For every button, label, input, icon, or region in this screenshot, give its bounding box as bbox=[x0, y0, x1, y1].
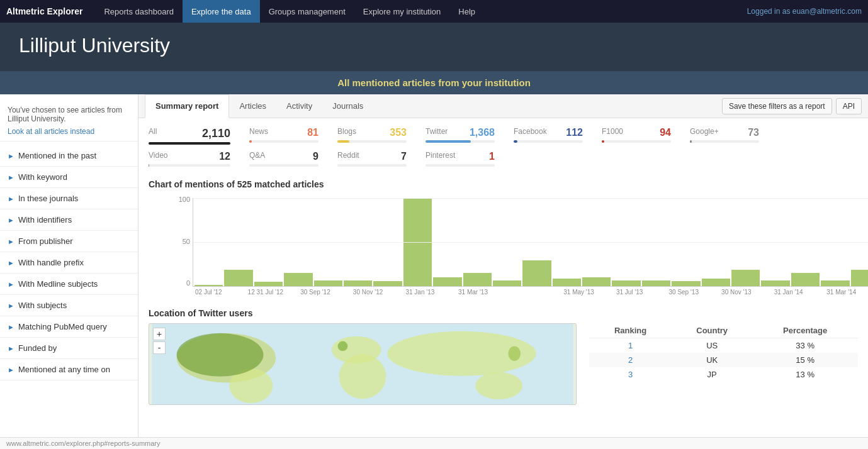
stat-qa: Q&A 9 bbox=[249, 151, 318, 167]
chart-bar bbox=[851, 270, 868, 286]
chevron-icon: ► bbox=[8, 302, 14, 309]
chart-section: Chart of mentions of 525 matched article… bbox=[138, 173, 868, 302]
table-cell-rank: 2 bbox=[589, 353, 672, 367]
chart-xlabel: 30 Sep '12 bbox=[300, 289, 353, 296]
chart-bar bbox=[493, 280, 521, 286]
tab-actions: Save these filters as a report API bbox=[722, 98, 862, 114]
sidebar-item-with-identifiers[interactable]: ► With identifiers bbox=[0, 209, 138, 231]
stat-twitter: Twitter 1,368 bbox=[426, 127, 495, 143]
sidebar-item-medline-subjects[interactable]: ► With Medline subjects bbox=[0, 274, 138, 295]
chart-xaxis: 02 Jul '1212 31 Jul '1230 Sep '1230 Nov … bbox=[194, 289, 868, 296]
sidebar-item-mentioned-in-past[interactable]: ► Mentioned in the past bbox=[0, 145, 138, 167]
table-row: 3 JP 13 % bbox=[589, 367, 858, 382]
chart-xlabel: 02 Jul '12 bbox=[195, 289, 248, 296]
svg-point-8 bbox=[338, 341, 348, 352]
map-zoom-in-button[interactable]: + bbox=[153, 328, 166, 340]
sidebar-item-label: With handle prefix bbox=[18, 258, 84, 267]
sidebar-item-with-keyword[interactable]: ► With keyword bbox=[0, 167, 138, 188]
svg-point-9 bbox=[508, 346, 521, 361]
map-title: Location of Twitter users bbox=[149, 308, 858, 318]
chart-xlabel bbox=[511, 289, 564, 296]
sidebar-item-with-subjects[interactable]: ► With subjects bbox=[0, 295, 138, 316]
sidebar-item-pubmed-query[interactable]: ► Matching PubMed query bbox=[0, 316, 138, 338]
look-all-articles-link[interactable]: Look at all articles instead bbox=[8, 127, 130, 136]
table-header-percentage: Percentage bbox=[752, 323, 858, 338]
chart-bar bbox=[224, 270, 252, 286]
chart-xlabel: 31 Mar '14 bbox=[826, 289, 868, 296]
sidebar-item-label: With Medline subjects bbox=[18, 279, 98, 289]
chart-xlabel: 30 Nov '12 bbox=[353, 289, 406, 296]
sidebar-item-label: Mentioned in the past bbox=[18, 151, 96, 160]
chart-xlabel: 30 Sep '13 bbox=[668, 289, 721, 296]
tab-summary-report[interactable]: Summary report bbox=[145, 94, 229, 118]
sidebar-item-from-publisher[interactable]: ► From publisher bbox=[0, 231, 138, 252]
chart-xlabel: 31 May '13 bbox=[563, 289, 616, 296]
chart-bar bbox=[791, 273, 820, 286]
table-cell-country: US bbox=[672, 338, 752, 353]
table-cell-percentage: 15 % bbox=[752, 353, 858, 367]
stats-row-2: Video 12 Q&A 9 Reddit 7 bbox=[138, 151, 868, 173]
map-zoom-out-button[interactable]: - bbox=[153, 341, 166, 354]
chart-bar bbox=[821, 280, 849, 286]
api-button[interactable]: API bbox=[836, 98, 862, 114]
nav-user-info: Logged in as euan@altmetric.com bbox=[747, 7, 862, 16]
stat-f1000: F1000 94 bbox=[602, 127, 671, 143]
nav-explore-data[interactable]: Explore the data bbox=[183, 0, 260, 23]
tab-journals[interactable]: Journals bbox=[322, 95, 373, 118]
chevron-icon: ► bbox=[8, 152, 14, 160]
nav-explore-institution[interactable]: Explore my institution bbox=[354, 0, 450, 23]
sidebar-item-mentioned-at-any-time[interactable]: ► Mentioned at any time on bbox=[0, 359, 138, 380]
sidebar-item-funded-by[interactable]: ► Funded by bbox=[0, 338, 138, 359]
table-cell-country: UK bbox=[672, 353, 752, 367]
chevron-icon: ► bbox=[8, 345, 14, 352]
chart-bar bbox=[522, 260, 551, 286]
sidebar-intro-text: You've chosen to see articles from Lilli… bbox=[8, 106, 122, 123]
stat-facebook: Facebook 112 bbox=[514, 127, 583, 143]
chart-bar bbox=[672, 281, 700, 286]
tabs-bar: Summary report Articles Activity Journal… bbox=[138, 94, 868, 118]
sidebar-item-label: Funded by bbox=[18, 343, 57, 353]
stat-news: News 81 bbox=[249, 127, 318, 143]
save-filters-button[interactable]: Save these filters as a report bbox=[722, 98, 832, 114]
chart-bar bbox=[761, 280, 789, 286]
chart-xlabel: 31 Jul '13 bbox=[616, 289, 669, 296]
stats-row: All 2,110 News 81 Blogs 353 bbox=[138, 118, 868, 151]
tab-articles[interactable]: Articles bbox=[229, 95, 276, 118]
chart-xlabel: 31 Jan '14 bbox=[774, 289, 827, 296]
sub-banner: All mentioned articles from your institu… bbox=[0, 71, 868, 94]
chart-bar bbox=[642, 280, 670, 286]
map-container: + - bbox=[149, 323, 577, 405]
nav-reports-dashboard[interactable]: Reports dashboard bbox=[95, 0, 183, 23]
nav-help[interactable]: Help bbox=[449, 0, 484, 23]
chart-wrapper: 100 50 0 02 Jul '1212 31 Jul '1230 Sep '… bbox=[171, 196, 868, 296]
chevron-icon: ► bbox=[8, 238, 14, 245]
sidebar-item-handle-prefix[interactable]: ► With handle prefix bbox=[0, 252, 138, 274]
table-cell-rank: 1 bbox=[589, 338, 672, 353]
sidebar-item-in-journals[interactable]: ► In these journals bbox=[0, 188, 138, 209]
table-cell-country: JP bbox=[672, 367, 752, 382]
chart-bar bbox=[373, 281, 402, 286]
table-row: 2 UK 15 % bbox=[589, 353, 858, 367]
chevron-icon: ► bbox=[8, 195, 14, 202]
sidebar-item-label: From publisher bbox=[18, 236, 73, 246]
chart-xlabel: 31 Jan '13 bbox=[405, 289, 458, 296]
header-banner: Lilliput University bbox=[0, 23, 868, 71]
world-map-svg bbox=[149, 324, 576, 404]
nav-groups-management[interactable]: Groups management bbox=[260, 0, 354, 23]
table-header-ranking: Ranking bbox=[589, 323, 672, 338]
map-section: Location of Twitter users + - bbox=[138, 302, 868, 411]
chevron-icon: ► bbox=[8, 366, 14, 374]
table-cell-percentage: 33 % bbox=[752, 338, 858, 353]
status-bar: www.altmetric.com/explorer.php#reports-s… bbox=[0, 437, 868, 446]
sidebar-intro: You've chosen to see articles from Lilli… bbox=[0, 101, 138, 141]
chart-xlabel: 31 Mar '13 bbox=[458, 289, 511, 296]
chart-bar bbox=[254, 282, 283, 286]
sidebar-item-label: Mentioned at any time on bbox=[18, 365, 110, 374]
status-url: www.altmetric.com/explorer.php#reports-s… bbox=[6, 440, 161, 446]
stat-reddit: Reddit 7 bbox=[337, 151, 407, 167]
navigation-bar: Altmetric Explorer Reports dashboard Exp… bbox=[0, 0, 868, 23]
chevron-icon: ► bbox=[8, 259, 14, 267]
chevron-icon: ► bbox=[8, 323, 14, 331]
table-header-country: Country bbox=[672, 323, 752, 338]
tab-activity[interactable]: Activity bbox=[276, 95, 322, 118]
